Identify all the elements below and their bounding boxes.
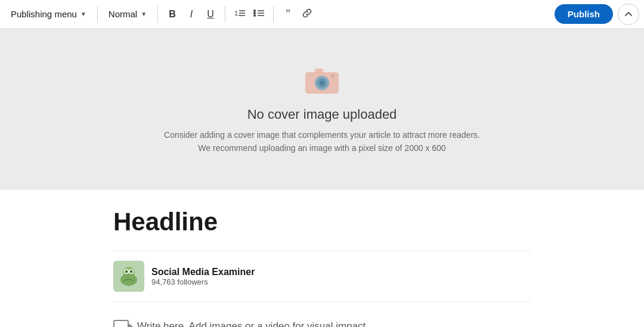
svg-text:1.: 1. <box>234 10 240 17</box>
svg-point-6 <box>253 14 256 17</box>
video-icon <box>113 320 129 327</box>
svg-rect-14 <box>315 69 323 73</box>
toolbar-divider-2 <box>157 6 158 23</box>
ordered-list-icon: 1. <box>234 8 245 20</box>
toolbar-divider-4 <box>273 6 274 23</box>
italic-button[interactable]: I <box>182 5 201 24</box>
underline-icon: U <box>207 9 214 20</box>
publishing-menu-button[interactable]: Publishing menu ▼ <box>5 5 92 23</box>
bold-button[interactable]: B <box>163 5 182 24</box>
ordered-list-button[interactable]: 1. <box>230 5 249 24</box>
bold-icon: B <box>169 9 176 20</box>
svg-point-4 <box>253 10 256 12</box>
blockquote-button[interactable]: " <box>278 5 298 24</box>
write-prompt-row[interactable]: Write here. Add images or a video for vi… <box>113 314 531 327</box>
headline[interactable]: Headline <box>113 208 531 236</box>
write-placeholder[interactable]: Write here. Add images or a video for vi… <box>137 320 369 327</box>
publishing-menu-label: Publishing menu <box>11 9 77 19</box>
normal-style-chevron-icon: ▼ <box>141 11 147 17</box>
svg-point-21 <box>130 270 133 273</box>
publish-label: Publish <box>568 9 600 19</box>
toolbar: Publishing menu ▼ Normal ▼ B I U 1. <box>0 0 644 29</box>
author-row: Social Media Examiner 94,763 followers <box>113 251 531 302</box>
svg-point-15 <box>331 74 335 78</box>
author-info: Social Media Examiner 94,763 followers <box>151 267 255 286</box>
toolbar-divider-3 <box>225 6 225 23</box>
italic-icon: I <box>190 9 193 20</box>
publishing-menu-chevron-icon: ▼ <box>80 11 86 17</box>
underline-button[interactable]: U <box>201 5 220 24</box>
blockquote-icon: " <box>286 7 290 21</box>
svg-point-20 <box>125 270 128 273</box>
author-followers: 94,763 followers <box>151 277 255 286</box>
normal-style-label: Normal <box>109 9 137 19</box>
collapse-icon <box>624 10 633 19</box>
author-name: Social Media Examiner <box>151 267 255 277</box>
toolbar-divider-1 <box>97 6 98 23</box>
author-avatar <box>113 261 144 292</box>
svg-point-5 <box>253 12 256 14</box>
unordered-list-button[interactable] <box>249 5 268 24</box>
collapse-button[interactable] <box>618 4 639 25</box>
publish-button[interactable]: Publish <box>555 4 613 24</box>
link-icon <box>302 8 312 21</box>
normal-style-dropdown[interactable]: Normal ▼ <box>103 5 153 23</box>
svg-point-13 <box>320 81 324 85</box>
cover-title: No cover image uploaded <box>247 107 397 122</box>
editor-content-area: Headline Social Media Examiner <box>0 190 644 327</box>
unordered-list-icon <box>253 8 264 20</box>
cover-image-area: No cover image uploaded Consider adding … <box>0 29 644 190</box>
cover-description: Consider adding a cover image that compl… <box>164 128 480 155</box>
svg-point-22 <box>120 274 137 286</box>
link-button[interactable] <box>298 5 317 24</box>
camera-icon <box>303 64 341 97</box>
